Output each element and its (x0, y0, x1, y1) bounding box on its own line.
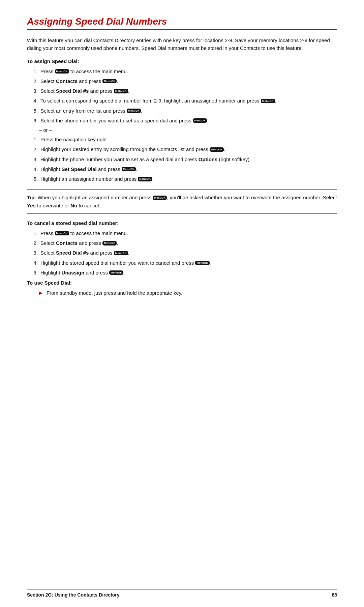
footer-left: Section 2G: Using the Contacts Directory (27, 592, 120, 598)
menu-ok-icon-c3: MenuOK (114, 251, 128, 255)
alt-step-3: Highlight the phone number you want to s… (39, 155, 337, 163)
cancel-step-2: Select Contacts and press MenuOK. (39, 239, 337, 247)
assign-steps-list: Press MenuOK to access the main menu. Se… (39, 67, 337, 125)
assign-step-4: To select a corresponding speed dial num… (39, 97, 337, 105)
use-steps-list: From standby mode, just press and hold t… (39, 289, 337, 297)
alt-steps-list: Press the navigation key right. Highligh… (39, 136, 337, 183)
alt-step-5: Highlight an unassigned number and press… (39, 175, 337, 183)
alt-step-1: Press the navigation key right. (39, 136, 337, 143)
assign-step-1: Press MenuOK to access the main menu. (39, 67, 337, 75)
tip-text: When you highlight an assigned number an… (37, 195, 153, 200)
menu-ok-icon-4: MenuOK (261, 99, 275, 103)
intro-text: With this feature you can dial Contacts … (27, 36, 337, 52)
tip-label: Tip: (27, 195, 36, 200)
cancel-step-1: Press MenuOK to access the main menu. (39, 229, 337, 237)
menu-ok-icon-a4: MenuOK (122, 167, 136, 171)
assign-step-2: Select Contacts and press MenuOK. (39, 77, 337, 85)
footer: Section 2G: Using the Contacts Directory… (27, 589, 337, 598)
alt-step-4: Highlight Set Speed Dial and press MenuO… (39, 165, 337, 173)
use-step-1: From standby mode, just press and hold t… (39, 289, 337, 297)
menu-ok-icon-c5: MenuOK (109, 270, 123, 275)
cancel-heading: To cancel a stored speed dial number: (27, 220, 337, 226)
assign-step-6: Select the phone number you want to set … (39, 117, 337, 124)
menu-ok-icon-c2: MenuOK (102, 241, 117, 245)
page-title: Assigning Speed Dial Numbers (27, 16, 337, 30)
menu-ok-icon-a5: MenuOK (138, 177, 152, 181)
assign-step-3: Select Speed Dial #s and press MenuOK. (39, 87, 337, 95)
menu-ok-icon-a2: MenuOK (210, 147, 224, 152)
cancel-steps-list: Press MenuOK to access the main menu. Se… (39, 229, 337, 277)
cancel-step-4: Highlight the stored speed dial number y… (39, 259, 337, 267)
menu-ok-icon-1: MenuOK (55, 69, 69, 74)
menu-ok-icon-3: MenuOK (114, 89, 128, 93)
menu-ok-icon-2: MenuOK (102, 79, 117, 83)
cancel-step-3: Select Speed Dial #s and press MenuOK. (39, 249, 337, 257)
alt-step-2: Highlight your desired entry by scrollin… (39, 145, 337, 153)
menu-ok-icon-tip: MenuOK (153, 196, 167, 200)
tip-box: Tip: When you highlight an assigned numb… (27, 189, 337, 214)
cancel-step-5: Highlight Unassign and press MenuOK. (39, 269, 337, 277)
menu-ok-icon-5: MenuOK (127, 109, 141, 113)
assign-heading: To assign Speed Dial: (27, 58, 337, 64)
menu-ok-icon-c4: MenuOK (195, 261, 209, 265)
menu-ok-icon-c1: MenuOK (55, 231, 69, 235)
use-heading: To use Speed Dial: (27, 280, 337, 286)
or-divider: – or – (39, 127, 337, 133)
footer-right: 88 (332, 592, 337, 598)
menu-ok-icon-6: MenuOK (193, 118, 207, 123)
assign-step-5: Select an entry from the list and press … (39, 107, 337, 115)
